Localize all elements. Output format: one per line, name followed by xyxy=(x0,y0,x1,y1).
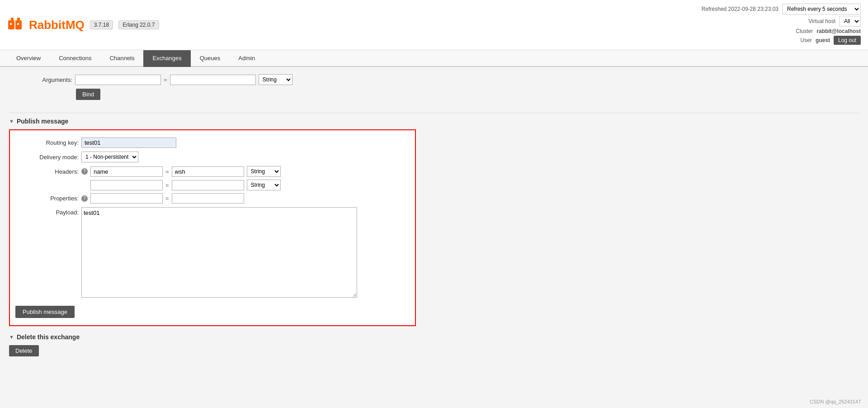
logout-button[interactable]: Log out xyxy=(834,36,861,45)
vhost-select[interactable]: All / xyxy=(839,16,861,27)
equals-sign-headers1: = xyxy=(165,168,169,175)
user-label: User xyxy=(801,37,812,43)
user-value: guest xyxy=(816,37,830,43)
delivery-mode-row: Delivery mode: 1 - Non-persistent 2 - Pe… xyxy=(15,152,410,162)
svg-rect-5 xyxy=(17,23,19,25)
delete-button[interactable]: Delete xyxy=(9,345,39,356)
delete-section: ▼ Delete this exchange Delete xyxy=(9,333,859,356)
properties-help-icon[interactable]: ? xyxy=(81,195,88,202)
properties-value-input[interactable] xyxy=(172,193,244,204)
rabbitmq-logo-icon xyxy=(7,17,24,33)
svg-rect-4 xyxy=(10,23,12,25)
equals-sign-headers2: = xyxy=(165,182,169,189)
header: RabbitMQ 3.7.18 Erlang 22.0.7 Refreshed … xyxy=(0,0,868,50)
routing-key-label: Routing key: xyxy=(15,139,79,146)
nav-channels[interactable]: Channels xyxy=(100,50,143,67)
publish-message-box: Routing key: Delivery mode: 1 - Non-pers… xyxy=(9,129,416,326)
routing-key-row: Routing key: xyxy=(15,138,410,148)
publish-section-title: Publish message xyxy=(17,118,68,125)
payload-label: Payload: xyxy=(15,207,79,216)
arguments-type-select[interactable]: String Boolean Number List xyxy=(259,74,292,85)
arguments-section: Arguments: = String Boolean Number List … xyxy=(9,74,859,107)
cluster-value: rabbit@localhost xyxy=(816,28,861,34)
logo-area: RabbitMQ 3.7.18 Erlang 22.0.7 xyxy=(7,17,159,33)
publish-message-button[interactable]: Publish message xyxy=(15,306,75,318)
logo-text: RabbitMQ xyxy=(29,18,85,32)
delete-section-title: Delete this exchange xyxy=(17,333,80,341)
nav-exchanges[interactable]: Exchanges xyxy=(143,50,190,67)
cluster-label: Cluster xyxy=(796,28,813,34)
header-right: Refreshed 2022-09-28 23:23:03 Refresh ev… xyxy=(702,4,861,46)
routing-key-input[interactable] xyxy=(81,138,176,148)
headers-row-1: Headers: ? = String Boolean Number xyxy=(15,166,410,177)
header1-type-select[interactable]: String Boolean Number xyxy=(247,166,281,177)
main-content: Arguments: = String Boolean Number List … xyxy=(0,67,868,364)
svg-rect-3 xyxy=(17,18,20,21)
nav-queues[interactable]: Queues xyxy=(191,50,230,67)
delete-toggle-arrow-icon: ▼ xyxy=(9,334,14,340)
arguments-row: Arguments: = String Boolean Number List xyxy=(9,74,859,85)
divider xyxy=(9,113,859,113)
payload-textarea[interactable]: test01 xyxy=(81,207,357,298)
header2-value-input[interactable] xyxy=(172,180,244,190)
nav-connections[interactable]: Connections xyxy=(50,50,100,67)
toggle-arrow-icon: ▼ xyxy=(9,119,14,124)
headers-row-2: = String Boolean Number xyxy=(15,180,410,190)
publish-section-header[interactable]: ▼ Publish message xyxy=(9,118,859,125)
arguments-value-input[interactable] xyxy=(170,75,256,85)
delivery-mode-label: Delivery mode: xyxy=(15,154,79,161)
nav-overview[interactable]: Overview xyxy=(7,50,50,67)
vhost-label: Virtual host xyxy=(808,18,835,24)
headers-label: Headers: xyxy=(15,168,79,175)
header2-name-input[interactable] xyxy=(90,180,163,190)
equals-sign-props: = xyxy=(165,195,169,202)
refreshed-text: Refreshed 2022-09-28 23:23:03 xyxy=(702,6,778,12)
arguments-label: Arguments: xyxy=(9,76,72,83)
properties-label: Properties: xyxy=(15,195,79,202)
version-badge: 3.7.18 xyxy=(90,20,113,29)
erlang-badge: Erlang 22.0.7 xyxy=(118,20,159,29)
delete-section-header[interactable]: ▼ Delete this exchange xyxy=(9,333,859,341)
header2-type-select[interactable]: String Boolean Number xyxy=(247,180,281,190)
nav-admin[interactable]: Admin xyxy=(229,50,264,67)
properties-name-input[interactable] xyxy=(90,193,163,204)
refresh-select[interactable]: Refresh every 5 seconds Refresh every 10… xyxy=(782,4,861,14)
payload-row: Payload: test01 xyxy=(15,207,410,298)
arguments-name-input[interactable] xyxy=(75,75,161,85)
nav: Overview Connections Channels Exchanges … xyxy=(0,50,868,67)
publish-btn-row: Publish message xyxy=(15,301,410,318)
header1-name-input[interactable] xyxy=(90,166,163,177)
svg-rect-2 xyxy=(11,18,14,21)
delivery-mode-select[interactable]: 1 - Non-persistent 2 - Persistent xyxy=(81,152,138,162)
bind-button[interactable]: Bind xyxy=(76,89,100,100)
equals-sign: = xyxy=(164,76,167,83)
header1-value-input[interactable] xyxy=(172,166,244,177)
properties-row: Properties: ? = xyxy=(15,193,410,204)
headers-help-icon[interactable]: ? xyxy=(81,168,88,175)
